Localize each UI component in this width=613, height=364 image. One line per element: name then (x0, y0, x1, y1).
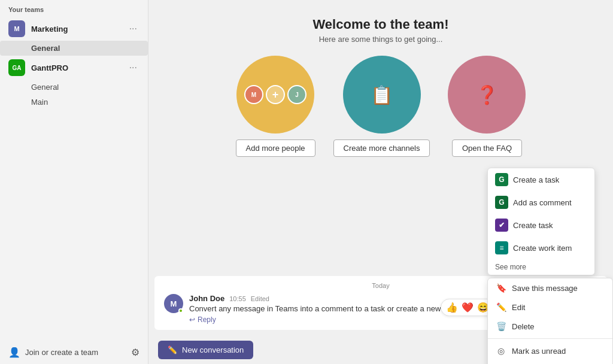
reply-icon: ↩ (189, 316, 195, 324)
team-more-ganttpro[interactable]: ··· (127, 61, 139, 74)
reaction-thumbsup[interactable]: 👍 (445, 301, 459, 314)
new-conversation-button[interactable]: ✏️ New conversation (158, 341, 253, 359)
add-comment-label: Add as comment (513, 198, 572, 207)
add-comment-icon: G (495, 196, 508, 209)
team-avatar-marketing: M (8, 20, 25, 37)
join-label: Join or create a team (25, 348, 98, 357)
context-menu: 🔖 Save this message ✏️ Edit 🗑️ Delete ◎ … (487, 278, 613, 364)
create-work-item-icon: ≡ (495, 241, 508, 254)
message-avatar: M (164, 294, 183, 313)
ctx-copy-link[interactable]: 🔗 Copy link (488, 360, 612, 364)
join-icon: 👤 (8, 347, 20, 358)
team-item-marketing[interactable]: M Marketing ··· (0, 17, 148, 41)
sidebar: Your teams M Marketing ··· General GA Ga… (0, 0, 148, 364)
channel-general-marketing[interactable]: General (0, 41, 148, 56)
open-faq-button[interactable]: Open the FAQ (452, 139, 522, 157)
compose-icon: ✏️ (168, 345, 177, 354)
edit-icon: ✏️ (496, 302, 506, 312)
delete-icon: 🗑️ (496, 321, 506, 331)
team-name-ganttpro: GanttPRO (31, 63, 127, 72)
create-task2-icon: ✔ (495, 219, 508, 232)
create-task2-label: Create task (513, 221, 553, 230)
quick-action-create-work-item[interactable]: ≡ Create work item (488, 236, 594, 259)
sidebar-header: Your teams (0, 0, 148, 17)
welcome-subtitle: Here are some things to get going... (319, 35, 443, 44)
sidebar-bottom: 👤 Join or create a team ⚙ (0, 341, 148, 364)
card-illustration-faq: ❓ (448, 56, 526, 134)
create-channels-button[interactable]: Create more channels (333, 139, 430, 157)
card-illustration-people: M + J (236, 56, 314, 134)
welcome-card-add-people: M + J Add more people (236, 56, 315, 157)
team-item-ganttpro[interactable]: GA GanttPRO ··· (0, 56, 148, 80)
channel-general-ganttpro[interactable]: General (0, 80, 148, 95)
ctx-mark-unread-label: Mark as unread (512, 347, 566, 356)
mark-unread-icon: ◎ (496, 346, 506, 356)
team-name-marketing: Marketing (31, 25, 127, 34)
message-time: 10:55 (229, 295, 246, 302)
welcome-card-create-channels: 📋 Create more channels (333, 56, 430, 157)
new-conversation-label: New conversation (182, 345, 244, 354)
team-avatar-ganttpro: GA (8, 59, 25, 76)
message-edited: Edited (251, 295, 269, 302)
quick-action-add-comment[interactable]: G Add as comment (488, 191, 594, 214)
welcome-card-faq: ❓ Open the FAQ (448, 56, 526, 157)
ctx-delete-label: Delete (512, 322, 535, 331)
add-person-icon: + (266, 85, 285, 104)
ctx-save-message[interactable]: 🔖 Save this message (488, 278, 612, 298)
mini-avatar-1: M (244, 85, 263, 104)
channel-main-ganttpro[interactable]: Main (0, 95, 148, 110)
add-people-button[interactable]: Add more people (236, 139, 315, 157)
ctx-mark-unread[interactable]: ◎ Mark as unread (488, 341, 612, 360)
message-author: John Doe (189, 294, 224, 303)
main-content: Welcome to the team! Here are some thing… (148, 0, 613, 364)
welcome-cards: M + J Add more people 📋 Create more chan… (236, 56, 526, 157)
quick-action-create-task[interactable]: G Create a task (488, 168, 594, 191)
create-work-item-label: Create work item (513, 244, 572, 253)
mini-avatar-2: J (287, 85, 306, 104)
ctx-edit[interactable]: ✏️ Edit (488, 298, 612, 317)
ctx-save-label: Save this message (512, 284, 578, 293)
ctx-delete[interactable]: 🗑️ Delete (488, 317, 612, 336)
context-menu-overlay: G Create a task G Add as comment ✔ Creat… (487, 168, 613, 364)
card-illustration-channels: 📋 (343, 56, 421, 134)
join-team-btn[interactable]: 👤 Join or create a team (8, 347, 98, 358)
settings-icon[interactable]: ⚙ (131, 347, 139, 358)
ctx-edit-label: Edit (512, 303, 525, 312)
reaction-heart[interactable]: ❤️ (460, 301, 475, 314)
quick-action-create-task2[interactable]: ✔ Create task (488, 214, 594, 236)
quick-actions-panel: G Create a task G Add as comment ✔ Creat… (487, 168, 595, 275)
create-task-label: Create a task (513, 175, 559, 184)
online-indicator (178, 308, 183, 313)
welcome-title: Welcome to the team! (313, 17, 449, 32)
see-more-button[interactable]: See more (488, 259, 594, 275)
create-task-icon: G (495, 173, 508, 186)
team-more-marketing[interactable]: ··· (127, 22, 139, 35)
save-icon: 🔖 (496, 283, 506, 293)
